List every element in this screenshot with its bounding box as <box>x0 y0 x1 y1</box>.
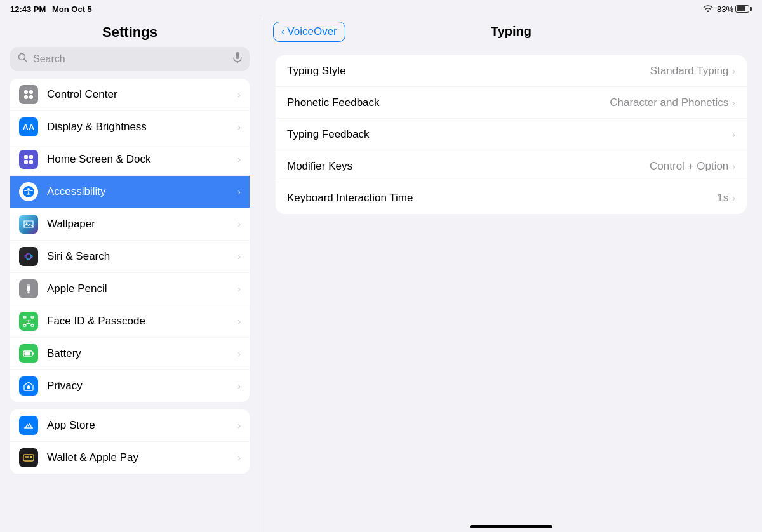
face-id-chevron: › <box>237 316 241 326</box>
sidebar-item-wallet-apple-pay[interactable]: Wallet & Apple Pay › <box>10 442 250 474</box>
phonetic-feedback-chevron: › <box>732 98 735 108</box>
wallet-chevron: › <box>237 453 241 463</box>
svg-point-6 <box>24 95 28 99</box>
svg-rect-35 <box>30 456 32 458</box>
display-brightness-chevron: › <box>237 122 241 132</box>
face-id-icon <box>19 312 38 331</box>
home-screen-label: Home Screen & Dock <box>47 153 237 166</box>
svg-rect-11 <box>29 160 33 164</box>
home-screen-icon <box>19 150 38 169</box>
settings-group-main: Control Center › AA Display & Brightness… <box>10 79 250 402</box>
typing-feedback-item[interactable]: Typing Feedback › <box>276 119 747 150</box>
svg-rect-9 <box>29 155 33 159</box>
wallpaper-chevron: › <box>237 219 241 229</box>
back-label: VoiceOver <box>287 25 337 38</box>
svg-rect-33 <box>23 455 34 461</box>
sidebar-item-privacy[interactable]: Privacy › <box>10 370 250 402</box>
typing-feedback-label: Typing Feedback <box>287 128 728 141</box>
keyboard-interaction-time-label: Keyboard Interaction Time <box>287 192 717 204</box>
modifier-keys-label: Modifier Keys <box>287 160 650 173</box>
svg-rect-22 <box>23 324 26 326</box>
accessibility-chevron: › <box>237 187 241 197</box>
app-store-icon <box>19 416 38 435</box>
back-chevron-icon: ‹ <box>281 26 284 37</box>
phonetic-feedback-value: Character and Phonetics <box>610 96 728 109</box>
phonetic-feedback-label: Phonetic Feedback <box>287 96 610 109</box>
app-store-chevron: › <box>237 420 241 430</box>
privacy-icon <box>19 376 38 396</box>
sidebar-item-face-id-passcode[interactable]: Face ID & Passcode › <box>10 305 250 338</box>
battery-icon <box>735 5 752 13</box>
right-content: Typing Style Standard Typing › Phonetic … <box>260 45 762 520</box>
settings-group-bottom: App Store › Wallet & Apple Pay › <box>10 409 250 474</box>
modifier-keys-chevron: › <box>732 161 735 171</box>
sidebar-item-control-center[interactable]: Control Center › <box>10 79 250 111</box>
app-store-label: App Store <box>47 419 237 432</box>
svg-rect-19 <box>27 284 30 286</box>
keyboard-interaction-time-value: 1s <box>717 192 728 204</box>
svg-rect-29 <box>25 352 30 356</box>
svg-line-1 <box>25 60 27 62</box>
svg-rect-8 <box>24 155 28 159</box>
status-bar: 12:43 PM Mon Oct 5 83% <box>0 0 762 18</box>
battery-menu-icon <box>19 344 38 363</box>
search-bar[interactable] <box>10 47 250 71</box>
search-icon <box>18 53 28 65</box>
svg-point-31 <box>28 385 30 387</box>
mic-icon[interactable] <box>233 52 242 66</box>
typing-style-label: Typing Style <box>287 65 650 77</box>
sidebar-item-apple-pencil[interactable]: Apple Pencil › <box>10 273 250 305</box>
svg-marker-18 <box>27 292 30 294</box>
wallpaper-label: Wallpaper <box>47 218 237 230</box>
svg-point-7 <box>29 95 33 99</box>
svg-point-5 <box>29 90 33 94</box>
face-id-label: Face ID & Passcode <box>47 315 237 328</box>
siri-chevron: › <box>237 251 241 262</box>
home-indicator <box>260 520 762 532</box>
control-center-label: Control Center <box>47 88 237 101</box>
svg-rect-28 <box>32 353 34 355</box>
sidebar: Settings <box>0 18 260 532</box>
siri-search-label: Siri & Search <box>47 250 237 263</box>
sidebar-title: Settings <box>0 18 260 47</box>
svg-rect-20 <box>23 316 26 318</box>
status-time-date: 12:43 PM Mon Oct 5 <box>10 4 92 14</box>
sidebar-item-display-brightness[interactable]: AA Display & Brightness › <box>10 111 250 143</box>
svg-rect-2 <box>236 52 239 59</box>
typing-style-item[interactable]: Typing Style Standard Typing › <box>276 55 747 87</box>
privacy-chevron: › <box>237 381 241 391</box>
modifier-keys-item[interactable]: Modifier Keys Control + Option › <box>276 150 747 182</box>
sidebar-item-accessibility[interactable]: Accessibility › <box>10 176 250 208</box>
right-panel-title: Typing <box>491 24 531 39</box>
svg-rect-10 <box>24 160 28 164</box>
back-button[interactable]: ‹ VoiceOver <box>273 22 345 42</box>
svg-point-25 <box>30 320 31 321</box>
svg-rect-23 <box>31 324 34 326</box>
sidebar-item-siri-search[interactable]: Siri & Search › <box>10 241 250 273</box>
sidebar-item-app-store[interactable]: App Store › <box>10 409 250 442</box>
wifi-icon <box>703 4 713 14</box>
svg-rect-21 <box>31 316 34 318</box>
phonetic-feedback-item[interactable]: Phonetic Feedback Character and Phonetic… <box>276 87 747 119</box>
search-input[interactable] <box>33 53 228 65</box>
wallpaper-icon <box>19 215 38 234</box>
display-brightness-icon: AA <box>19 117 38 136</box>
home-screen-chevron: › <box>237 154 241 164</box>
battery-chevron: › <box>237 349 241 359</box>
wallet-icon <box>19 448 38 467</box>
typing-feedback-chevron: › <box>732 130 735 140</box>
sidebar-item-wallpaper[interactable]: Wallpaper › <box>10 208 250 241</box>
modifier-keys-value: Control + Option <box>650 160 728 173</box>
keyboard-interaction-time-item[interactable]: Keyboard Interaction Time 1s › <box>276 182 747 214</box>
home-bar <box>470 525 552 528</box>
status-time: 12:43 PM <box>10 4 46 14</box>
sidebar-item-battery[interactable]: Battery › <box>10 338 250 370</box>
keyboard-interaction-time-chevron: › <box>732 193 735 203</box>
control-center-icon <box>19 85 38 104</box>
svg-rect-34 <box>25 456 29 458</box>
sidebar-item-home-screen-dock[interactable]: Home Screen & Dock › <box>10 143 250 176</box>
apple-pencil-chevron: › <box>237 284 241 294</box>
accessibility-icon <box>19 182 38 201</box>
status-date: Mon Oct 5 <box>52 4 92 14</box>
display-brightness-label: Display & Brightness <box>47 121 237 133</box>
